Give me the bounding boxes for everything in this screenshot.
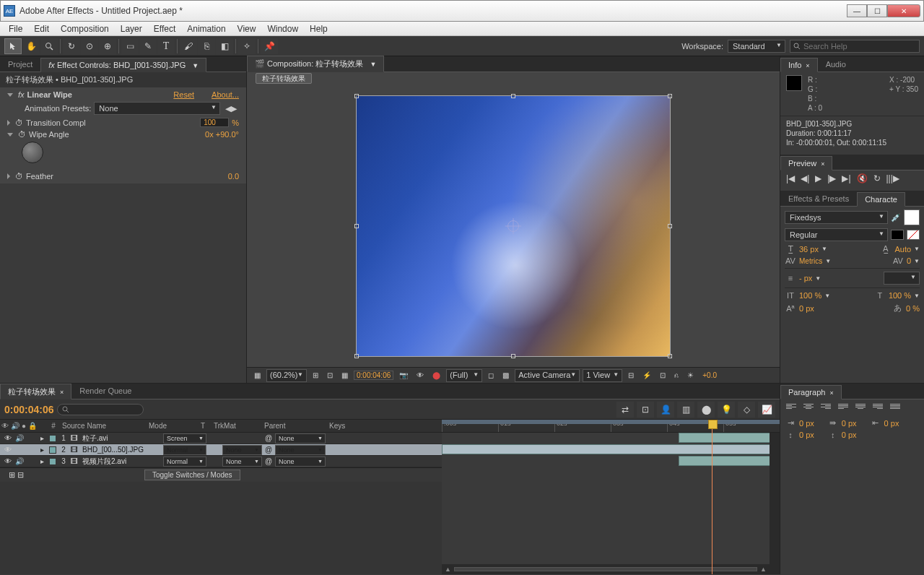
reset-exposure-icon[interactable]: ☀ (684, 371, 697, 380)
close-button[interactable]: ✕ (887, 4, 920, 17)
align-center-button[interactable] (802, 402, 815, 414)
comp-mini-flowchart-icon[interactable]: ⇄ (616, 402, 634, 418)
about-link[interactable]: About... (212, 90, 239, 99)
font-family-dropdown[interactable]: Fixedsys (785, 211, 888, 224)
selection-tool[interactable] (4, 38, 22, 54)
handle-l[interactable] (354, 224, 359, 228)
tab-audio[interactable]: Audio (818, 57, 854, 72)
handle-r[interactable] (668, 224, 672, 228)
stroke-width-value[interactable]: - px (799, 274, 812, 282)
disclosure-triangle[interactable] (7, 173, 10, 179)
fill-color-swatch[interactable] (904, 209, 920, 225)
timecode-display[interactable]: 0:00:04:06 (354, 371, 393, 380)
handle-tr[interactable] (668, 94, 672, 98)
leading-value[interactable]: Auto (894, 245, 911, 254)
tab-effect-controls[interactable]: fx Effect Controls: BHD_[001-350].JPG ▼ (40, 58, 206, 72)
label-color[interactable] (49, 435, 56, 442)
blend-mode-dropdown[interactable]: Normal (163, 457, 206, 467)
font-size-value[interactable]: 36 px (799, 245, 819, 254)
pen-tool[interactable]: ✎ (139, 38, 157, 54)
hide-shy-icon[interactable]: 👤 (657, 402, 674, 418)
motion-blur-icon[interactable]: ⬤ (697, 402, 715, 418)
auto-keyframe-icon[interactable]: ◇ (738, 402, 755, 418)
canvas[interactable] (356, 95, 671, 357)
clip-layer-3[interactable] (679, 456, 780, 466)
stroke-black-icon[interactable] (891, 230, 904, 240)
label-color[interactable] (49, 458, 56, 465)
menu-edit[interactable]: Edit (28, 22, 55, 35)
views-dropdown[interactable]: 1 View (583, 369, 622, 382)
blend-mode-dropdown[interactable]: Screen (163, 433, 206, 444)
brush-tool[interactable]: 🖌 (180, 38, 197, 54)
handle-t[interactable] (511, 94, 515, 98)
rotation-tool[interactable]: ↻ (63, 38, 80, 54)
tab-preview[interactable]: Preview× (780, 156, 832, 170)
stopwatch-icon[interactable]: ⏱ (15, 172, 23, 181)
play-button[interactable]: ▶ (815, 173, 821, 183)
pickwhip-icon[interactable]: @ (263, 434, 274, 442)
disclosure-triangle[interactable]: ▸ (40, 446, 48, 454)
justify-left-button[interactable] (837, 402, 850, 414)
next-frame-button[interactable]: |▶ (827, 173, 836, 183)
handle-b[interactable] (511, 354, 515, 358)
channel-icon[interactable]: ⬤ (430, 371, 443, 380)
tab-effects-presets[interactable]: Effects & Presets (780, 191, 857, 206)
layer-row[interactable]: 👁🔊▸1🎞粒子.aviScreen@None (0, 433, 442, 444)
draft-3d-icon[interactable]: ⊡ (637, 402, 654, 418)
hand-tool[interactable]: ✋ (22, 38, 40, 54)
parent-dropdown[interactable]: None (275, 445, 326, 455)
feather-value[interactable]: 0.0 (228, 172, 239, 181)
kerning-value[interactable]: Metrics (799, 257, 822, 265)
vscale-value[interactable]: 100 % (799, 291, 821, 300)
justify-center-button[interactable] (854, 402, 867, 414)
chevron-down-icon[interactable]: ▼ (370, 61, 376, 68)
playhead[interactable] (712, 420, 712, 574)
timeline-search[interactable] (57, 404, 144, 415)
apply-preset-icon[interactable]: ◀▶ (223, 104, 239, 113)
wipe-angle-value[interactable]: 0x +90.0° (205, 130, 239, 139)
eye-toggle[interactable]: 👁 (3, 446, 13, 454)
workspace-dropdown[interactable]: Standard (728, 40, 785, 53)
trkmat-dropdown[interactable]: None (222, 457, 262, 467)
grid-icon[interactable]: ▦ (339, 371, 351, 380)
handle-bl[interactable] (354, 354, 359, 358)
mute-button[interactable]: 🔇 (857, 173, 868, 183)
stopwatch-icon[interactable]: ⏱ (15, 118, 23, 127)
parent-dropdown[interactable]: None (275, 457, 326, 467)
clip-layer-1[interactable] (679, 433, 780, 443)
no-stroke-icon[interactable] (907, 230, 920, 240)
track-area[interactable]: :00s 01s 02s 03s 04s 05s ▲ ▲ (442, 420, 780, 574)
disclosure-triangle[interactable] (7, 133, 13, 137)
stopwatch-icon[interactable]: ⏱ (18, 130, 26, 139)
transition-complete-value[interactable]: 100 (200, 118, 229, 127)
frame-blend-icon[interactable]: ▥ (677, 402, 694, 418)
type-tool[interactable]: T (157, 38, 175, 54)
roi-icon[interactable]: ◻ (485, 371, 497, 380)
col-source[interactable]: Source Name (59, 422, 149, 430)
lock-col-icon[interactable]: 🔒 (27, 422, 38, 430)
toggle-switches-button[interactable]: Toggle Switches / Modes (144, 470, 240, 480)
zoom-dropdown[interactable]: (60.2%) (266, 369, 307, 382)
expand-icon[interactable]: ⊞ ⊟ (9, 470, 24, 480)
space-before-value[interactable]: 0 px (799, 431, 814, 439)
timeline-icon[interactable]: ⊡ (657, 371, 668, 380)
work-area-bar[interactable] (442, 420, 780, 424)
pickwhip-icon[interactable]: @ (263, 446, 274, 454)
camera-tool[interactable]: ⊙ (81, 38, 98, 54)
tab-character[interactable]: Characte (857, 192, 905, 207)
search-help[interactable] (790, 40, 920, 53)
tab-project[interactable]: Project (0, 57, 40, 72)
disclosure-triangle[interactable] (7, 120, 10, 126)
flowchart-icon[interactable]: ⎌ (671, 371, 681, 380)
menu-animation[interactable]: Animation (181, 22, 231, 35)
effect-name[interactable]: Linear Wipe (27, 90, 171, 99)
menu-file[interactable]: File (3, 22, 28, 35)
brainstorm-icon[interactable]: 💡 (718, 402, 735, 418)
zoom-slider[interactable]: ▲ ▲ (442, 564, 770, 574)
baseline-value[interactable]: 0 px (799, 304, 814, 313)
anchor-point-icon[interactable] (507, 220, 519, 232)
disclosure-triangle[interactable]: ▸ (40, 434, 48, 442)
menu-layer[interactable]: Layer (115, 22, 148, 35)
comp-breadcrumb[interactable]: 粒子转场效果 (256, 73, 312, 84)
fast-preview-icon[interactable]: ⚡ (640, 371, 654, 380)
